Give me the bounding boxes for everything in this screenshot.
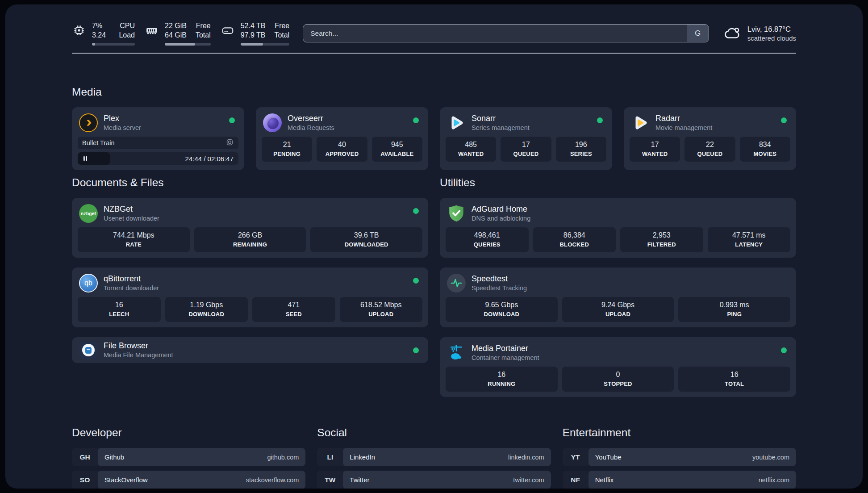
overseerr-icon <box>263 113 282 132</box>
stat-tile: 9.24 Gbps UPLOAD <box>562 297 674 322</box>
status-dot-online <box>413 208 419 214</box>
now-playing-row: Bullet Train <box>78 137 238 149</box>
bookmark-linkedin[interactable]: LI LinkedIn linkedin.com <box>317 448 551 466</box>
stat-tile: 196 SERIES <box>556 137 606 162</box>
portainer-icon <box>447 343 466 362</box>
stat-tile: 21 PENDING <box>262 137 312 162</box>
weather-condition: scattered clouds <box>747 34 796 42</box>
bookmark-name: StackOverflow <box>104 476 148 484</box>
cpu-progress-bar <box>92 43 135 46</box>
cpu-load-value: 3.24 <box>92 30 106 40</box>
stat-tile: 22 QUEUED <box>684 137 735 162</box>
app-card-radarr[interactable]: Radarr Movie management 17 WANTED 22 QUE… <box>624 107 796 170</box>
media-grid: Plex Media server Bullet Train <box>72 107 796 170</box>
ram-icon <box>145 23 159 38</box>
topbar-divider <box>72 53 796 54</box>
status-dot-online <box>413 347 419 353</box>
bookmark-abbr: TW <box>317 471 343 489</box>
bookmark-url: stackoverflow.com <box>246 476 299 484</box>
bookmark-abbr: LI <box>317 448 343 466</box>
status-dot-online <box>229 117 235 123</box>
app-description: Torrent downloader <box>104 284 159 292</box>
cpu-icon <box>72 23 86 38</box>
bookmark-name: LinkedIn <box>350 453 375 461</box>
stat-tile: 16 TOTAL <box>678 367 790 392</box>
search-input[interactable] <box>303 25 687 42</box>
app-card-plex[interactable]: Plex Media server Bullet Train <box>72 107 244 170</box>
bookmark-stackoverflow[interactable]: SO StackOverflow stackoverflow.com <box>72 471 305 489</box>
stat-tile: 834 MOVIES <box>740 137 790 162</box>
speedtest-icon <box>447 274 466 292</box>
stat-tile: 17 QUEUED <box>501 137 551 162</box>
app-card-speedtest[interactable]: Speedtest Speedtest Tracking 9.65 Gbps D… <box>440 267 796 327</box>
stat-tile: 1.19 Gbps DOWNLOAD <box>165 297 248 322</box>
cpu-metric: 7% 3.24 CPU Load <box>72 21 135 46</box>
app-name: Media Portainer <box>472 343 539 353</box>
storage-total-value: 97.9 TB <box>241 30 266 40</box>
stat-tile: 744.21 Mbps RATE <box>78 227 190 252</box>
app-card-overseerr[interactable]: Overseerr Media Requests 21 PENDING 40 A… <box>256 107 428 170</box>
stat-tile: 471 SEED <box>252 297 335 322</box>
memory-metric: 22 GiB 64 GiB Free Total <box>145 21 211 46</box>
app-description: Media server <box>104 124 141 132</box>
section-title-social: Social <box>317 426 551 439</box>
bookmark-abbr: SO <box>72 471 98 489</box>
bookmark-name: Github <box>104 453 124 461</box>
playback-time: 24:44 / 02:06:47 <box>185 155 234 163</box>
storage-free-label: Free <box>274 21 289 30</box>
section-title-entertainment: Entertainment <box>563 426 796 439</box>
bookmark-abbr: YT <box>563 448 588 466</box>
app-name: File Browser <box>104 341 173 351</box>
bookmark-url: twitter.com <box>513 476 544 484</box>
bookmark-twitter[interactable]: TW Twitter twitter.com <box>317 471 551 489</box>
search-bar: G <box>303 24 709 42</box>
bookmark-name: Netflix <box>595 476 614 484</box>
documents-column: Documents & Files nzbget NZBGet Usenet d… <box>72 176 428 397</box>
memory-free-label: Free <box>196 21 211 30</box>
stat-tile: 47.571 ms LATENCY <box>708 227 791 252</box>
system-metrics: 7% 3.24 CPU Load <box>72 21 289 46</box>
app-card-filebrowser[interactable]: File Browser Media File Management <box>72 337 428 363</box>
pause-icon <box>83 155 88 163</box>
bookmark-youtube[interactable]: YT YouTube youtube.com <box>563 448 796 466</box>
stat-tile: 40 APPROVED <box>317 137 367 162</box>
app-description: DNS and adblocking <box>472 214 530 223</box>
dashboard: 7% 3.24 CPU Load <box>5 4 863 489</box>
cloud-icon <box>724 25 741 42</box>
app-card-sonarr[interactable]: Sonarr Series management 485 WANTED 17 Q… <box>440 107 612 170</box>
plex-icon <box>79 113 98 132</box>
app-name: NZBGet <box>104 204 159 214</box>
app-description: Series management <box>472 124 530 132</box>
app-card-nzbget[interactable]: nzbget NZBGet Usenet downloader 744.21 M… <box>72 198 428 258</box>
app-card-qbittorrent[interactable]: qb qBittorrent Torrent downloader 16 LEE… <box>72 267 428 327</box>
app-description: Speedtest Tracking <box>472 284 527 292</box>
search-engine-button[interactable]: G <box>687 25 709 42</box>
stat-tile: 17 WANTED <box>630 137 680 162</box>
app-card-adguard[interactable]: AdGuard Home DNS and adblocking 498,461 … <box>440 198 796 258</box>
status-dot-online <box>781 347 787 353</box>
bookmark-url: netflix.com <box>759 476 789 484</box>
developer-column: Developer GH Github github.com SO StackO… <box>72 426 305 489</box>
stat-tile: 86,384 BLOCKED <box>533 227 616 252</box>
storage-total-label: Total <box>274 30 289 40</box>
section-title-utilities: Utilities <box>440 176 796 189</box>
disk-icon <box>221 23 235 38</box>
bookmark-netflix[interactable]: NF Netflix netflix.com <box>563 471 796 489</box>
bookmark-name: YouTube <box>595 453 622 461</box>
weather-widget: Lviv, 16.87°C scattered clouds <box>724 24 796 42</box>
entertainment-column: Entertainment YT YouTube youtube.com NF … <box>563 426 796 489</box>
stat-tile: 39.6 TB DOWNLOADED <box>310 227 422 252</box>
cpu-usage-label: CPU <box>119 21 135 30</box>
stat-tile: 498,461 QUERIES <box>446 227 529 252</box>
storage-free-value: 52.4 TB <box>241 21 266 30</box>
top-bar: 7% 3.24 CPU Load <box>72 21 796 46</box>
app-card-portainer[interactable]: Media Portainer Container management 16 … <box>440 337 796 397</box>
bookmark-url: youtube.com <box>752 454 789 461</box>
section-title-media: Media <box>72 86 796 98</box>
status-dot-online <box>597 117 603 123</box>
bookmark-github[interactable]: GH Github github.com <box>72 448 305 466</box>
status-dot-online <box>413 278 419 284</box>
playback-played-segment <box>78 152 110 165</box>
adguard-icon <box>447 204 466 223</box>
stat-tile: 945 AVAILABLE <box>372 137 422 162</box>
